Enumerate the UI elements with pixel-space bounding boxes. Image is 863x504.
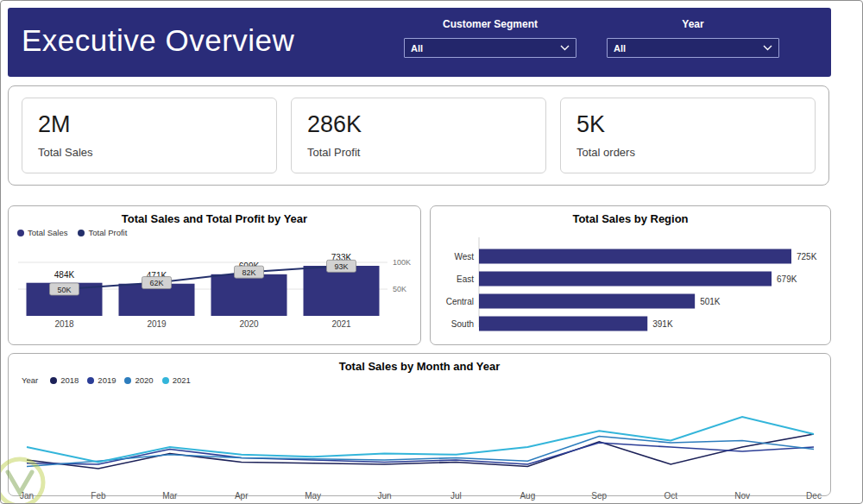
year-value: All <box>614 43 626 54</box>
chevron-down-icon <box>763 45 772 51</box>
page-title: Executive Overview <box>22 23 294 58</box>
chart-title: Total Sales by Month and Year <box>9 360 830 373</box>
region-chart-panel: Total Sales by Region West725KEast679KCe… <box>430 205 831 345</box>
legend-dot <box>124 377 131 384</box>
legend-item-total-profit[interactable]: Total Profit <box>78 228 127 237</box>
line-value-label: 82K <box>242 268 255 277</box>
kpi-label: Total orders <box>576 146 799 159</box>
region-chart: West725KEast679KCentral501KSouth391K <box>434 232 828 334</box>
kpi-label: Total Profit <box>307 146 530 159</box>
axis-label: Central <box>446 297 474 306</box>
monthly-chart-panel: Total Sales by Month and Year Year 20182… <box>8 353 831 496</box>
kpi-panel: 2M Total Sales 286K Total Profit 5K Tota… <box>8 85 829 186</box>
legend-dot <box>78 230 85 236</box>
year-dropdown[interactable]: All <box>607 38 779 58</box>
region-bar-east[interactable] <box>479 272 772 287</box>
legend-item-2021[interactable]: 2021 <box>162 375 191 385</box>
legend-dot <box>162 377 169 384</box>
legend-item-2020[interactable]: 2020 <box>124 375 153 385</box>
line-value-label: 62K <box>149 279 163 287</box>
axis-label: Jan <box>20 491 34 501</box>
bar-value-label: 391K <box>652 319 673 329</box>
region-bar-south[interactable] <box>479 317 647 331</box>
sales-bar-2021[interactable] <box>304 266 380 316</box>
axis-label: West <box>454 252 474 261</box>
axis-label: 2021 <box>331 319 351 329</box>
axis-label: Jul <box>450 491 462 501</box>
legend-items: 2018201920202021 <box>50 375 191 385</box>
profit-line[interactable] <box>65 266 342 289</box>
bar-value-label: 484K <box>54 270 75 280</box>
axis-label: Jun <box>377 491 391 501</box>
bar-value-label: 501K <box>700 297 721 306</box>
axis-label: Dec <box>806 491 822 501</box>
legend-dot <box>87 377 94 384</box>
legend-title: Year <box>22 375 38 385</box>
line-value-label: 93K <box>334 262 348 271</box>
legend-label: Total Profit <box>88 228 127 237</box>
axis-label: East <box>457 274 474 284</box>
monthly-line-chart: JanFebMarAprMayJunJulAugSepOctNovDec <box>15 387 826 501</box>
legend-label: 2019 <box>98 375 116 385</box>
region-bar-central[interactable] <box>479 294 695 309</box>
axis-label: Mar <box>162 491 178 501</box>
axis-tick-label: 100K <box>393 258 411 267</box>
legend-item-2018[interactable]: 2018 <box>50 375 79 385</box>
sales-bar-2020[interactable] <box>211 274 287 316</box>
legend-label: 2021 <box>173 375 191 385</box>
legend-item-total-sales[interactable]: Total Sales <box>17 228 67 237</box>
kpi-value: 5K <box>576 111 799 138</box>
legend-item-2019[interactable]: 2019 <box>87 375 116 385</box>
axis-label: 2020 <box>239 319 259 329</box>
chart-title: Total Sales by Region <box>431 212 830 225</box>
axis-label: Apr <box>235 491 249 501</box>
filter-customer-segment-label: Customer Segment <box>404 18 576 30</box>
axis-label: 2019 <box>147 319 167 329</box>
combo-chart-panel: Total Sales and Total Profit by Year Tot… <box>8 205 421 345</box>
kpi-value: 286K <box>307 111 530 138</box>
axis-tick-label: 50K <box>393 285 406 293</box>
legend-label: Total Sales <box>28 228 67 237</box>
kpi-card-total-profit[interactable]: 286K Total Profit <box>291 98 546 173</box>
axis-label: Aug <box>520 491 535 501</box>
legend-label: 2020 <box>135 375 153 385</box>
chart-title: Total Sales and Total Profit by Year <box>9 212 420 225</box>
line-value-label: 50K <box>57 286 71 294</box>
axis-label: Feb <box>91 491 106 501</box>
header: Executive Overview Customer Segment All … <box>8 8 831 77</box>
combo-legend: Total SalesTotal Profit <box>9 225 420 237</box>
monthly-legend: Year 2018201920202021 <box>9 373 830 385</box>
axis-label: Sep <box>591 491 607 501</box>
kpi-value: 2M <box>38 111 261 138</box>
axis-label: Oct <box>664 491 677 501</box>
year-line-2020[interactable] <box>27 437 814 467</box>
axis-label: May <box>305 491 321 501</box>
kpi-card-total-sales[interactable]: 2M Total Sales <box>22 98 277 173</box>
bar-value-label: 725K <box>797 252 817 261</box>
kpi-card-total-orders[interactable]: 5K Total orders <box>560 98 816 173</box>
kpi-label: Total Sales <box>38 146 261 159</box>
filter-year-label: Year <box>607 18 779 30</box>
customer-segment-dropdown[interactable]: All <box>404 38 576 58</box>
combo-chart: 100K50K484K2018471K2019609K2020733K20215… <box>11 238 420 335</box>
axis-label: South <box>451 319 474 329</box>
filter-year: Year All <box>607 18 779 58</box>
customer-segment-value: All <box>411 43 423 54</box>
legend-dot <box>17 230 24 236</box>
legend-label: 2018 <box>60 375 79 385</box>
filter-customer-segment: Customer Segment All <box>404 18 576 58</box>
year-line-2018[interactable] <box>27 434 814 469</box>
dashboard: Executive Overview Customer Segment All … <box>0 0 863 504</box>
axis-label: Nov <box>734 491 750 501</box>
region-bar-west[interactable] <box>479 249 791 264</box>
year-line-2021[interactable] <box>27 417 814 463</box>
chevron-down-icon <box>560 45 570 51</box>
legend-dot <box>50 377 57 384</box>
axis-label: 2018 <box>54 319 74 329</box>
bar-value-label: 679K <box>777 274 797 284</box>
